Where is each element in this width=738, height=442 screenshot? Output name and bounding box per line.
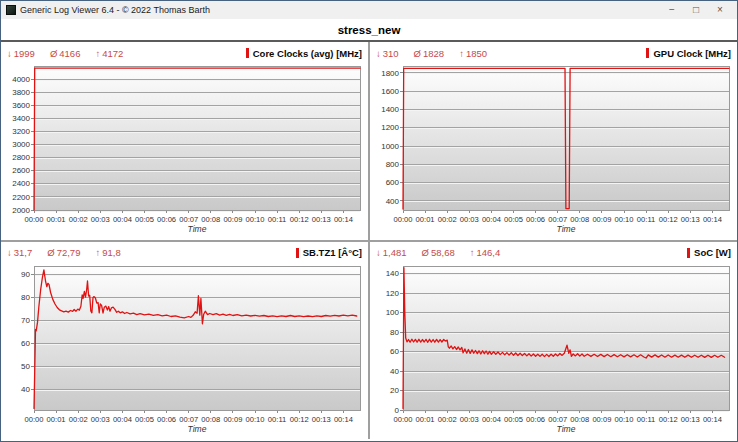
svg-text:4000: 4000 [12,75,30,84]
svg-text:60: 60 [21,338,30,347]
min-arrow-icon: ↓ [7,247,12,258]
chart-soc[interactable]: 02040608010012014000:0000:0100:0200:0300… [373,262,733,436]
svg-text:00:02: 00:02 [438,215,457,224]
max-arrow-icon: ↑ [459,48,464,59]
stat-avg: Ø4166 [50,48,81,59]
min-arrow-icon: ↓ [7,48,12,59]
svg-text:00:12: 00:12 [290,415,309,424]
svg-text:00:11: 00:11 [268,415,286,424]
svg-text:00:06: 00:06 [157,415,176,424]
svg-text:00:01: 00:01 [416,215,435,224]
chart-core-clocks[interactable]: 2000220024002600280030003200340036003800… [4,62,364,236]
stat-avg-value: 1828 [423,48,444,59]
max-arrow-icon: ↑ [95,247,100,258]
svg-text:0: 0 [395,405,400,414]
svg-text:00:08: 00:08 [201,215,220,224]
stat-max: ↑146,4 [470,247,501,258]
series-stats: ↓1,481 Ø58,68 ↑146,4 [376,247,500,258]
svg-text:00:03: 00:03 [91,415,110,424]
svg-text:70: 70 [21,315,30,324]
svg-text:90: 90 [21,269,30,278]
svg-text:00:10: 00:10 [245,415,264,424]
app-window: { "window": { "title": "Generic Log View… [0,0,738,442]
svg-text:120: 120 [386,288,400,297]
chart-sb-tz1[interactable]: 40506070809000:0000:0100:0200:0300:0400:… [4,262,364,436]
svg-text:00:13: 00:13 [681,415,700,424]
svg-text:00:06: 00:06 [526,215,545,224]
avg-icon: Ø [422,247,429,258]
svg-text:1000: 1000 [381,142,399,151]
svg-text:1800: 1800 [381,69,399,78]
svg-text:00:08: 00:08 [570,215,589,224]
svg-text:00:04: 00:04 [482,215,501,224]
svg-text:00:01: 00:01 [47,215,66,224]
stat-avg-value: 58,68 [431,247,455,258]
file-header: stress_new [1,19,737,42]
svg-text:00:04: 00:04 [113,415,132,424]
svg-text:Time: Time [557,424,576,434]
series-stats: ↓310 Ø1828 ↑1850 [376,48,487,59]
chart-panel-core-clocks: ↓1999 Ø4166 ↑4172 Core Clocks (avg) [MHz… [1,42,368,240]
series-title: SoC [W] [694,247,731,258]
stat-min: ↓310 [376,48,399,59]
svg-text:50: 50 [21,361,30,370]
svg-text:00:13: 00:13 [681,215,700,224]
svg-text:Time: Time [188,224,207,234]
svg-text:00:05: 00:05 [504,215,523,224]
svg-text:00:02: 00:02 [438,415,457,424]
svg-text:00:14: 00:14 [703,415,722,424]
svg-text:400: 400 [386,197,400,206]
svg-text:600: 600 [386,178,400,187]
avg-icon: Ø [50,48,57,59]
svg-text:00:00: 00:00 [24,415,43,424]
svg-text:80: 80 [390,327,399,336]
svg-text:00:10: 00:10 [614,415,633,424]
close-button[interactable]: × [708,1,732,19]
svg-text:00:00: 00:00 [393,415,412,424]
avg-icon: Ø [47,247,54,258]
stat-min: ↓1999 [7,48,35,59]
svg-text:2800: 2800 [12,153,30,162]
stat-max: ↑1850 [459,48,487,59]
svg-text:00:06: 00:06 [157,215,176,224]
svg-text:00:14: 00:14 [334,215,353,224]
series-title: Core Clocks (avg) [MHz] [253,48,362,59]
svg-text:40: 40 [21,384,30,393]
svg-text:2000: 2000 [12,206,30,215]
svg-text:1200: 1200 [381,123,399,132]
stat-max-value: 146,4 [476,247,500,258]
series-legend[interactable]: GPU Clock [MHz] [646,48,731,59]
svg-text:00:07: 00:07 [179,415,198,424]
max-arrow-icon: ↑ [470,247,475,258]
svg-text:00:02: 00:02 [69,215,88,224]
chart-gpu-clock[interactable]: 4006008001000120014001600180000:0000:010… [373,62,733,236]
svg-text:00:07: 00:07 [548,415,567,424]
stat-max: ↑4172 [95,48,123,59]
chart-grid: ↓1999 Ø4166 ↑4172 Core Clocks (avg) [MHz… [1,42,737,439]
svg-text:00:07: 00:07 [179,215,198,224]
svg-text:80: 80 [21,292,30,301]
min-arrow-icon: ↓ [376,48,381,59]
stat-min: ↓1,481 [376,247,407,258]
stat-max: ↑91,8 [95,247,120,258]
svg-text:00:14: 00:14 [703,215,722,224]
svg-text:3000: 3000 [12,140,30,149]
stat-min-value: 1999 [14,48,35,59]
svg-text:00:04: 00:04 [482,415,501,424]
maximize-button[interactable]: □ [684,1,708,19]
svg-text:00:08: 00:08 [570,415,589,424]
series-legend[interactable]: SB.TZ1 [Â°C] [296,247,362,258]
svg-text:00:01: 00:01 [416,415,435,424]
svg-text:00:10: 00:10 [245,215,264,224]
svg-text:00:05: 00:05 [135,215,154,224]
svg-text:00:05: 00:05 [504,415,523,424]
svg-text:00:12: 00:12 [659,415,678,424]
minimize-button[interactable]: − [660,1,684,19]
chart-panel-sb-tz1: ↓31,7 Ø72,79 ↑91,8 SB.TZ1 [Â°C] 40506070… [1,242,368,440]
series-legend[interactable]: Core Clocks (avg) [MHz] [246,48,362,59]
svg-text:00:09: 00:09 [592,215,611,224]
window-controls: − □ × [660,1,732,19]
stat-max-value: 91,8 [102,247,121,258]
svg-text:00:14: 00:14 [334,415,353,424]
series-legend[interactable]: SoC [W] [687,247,731,258]
